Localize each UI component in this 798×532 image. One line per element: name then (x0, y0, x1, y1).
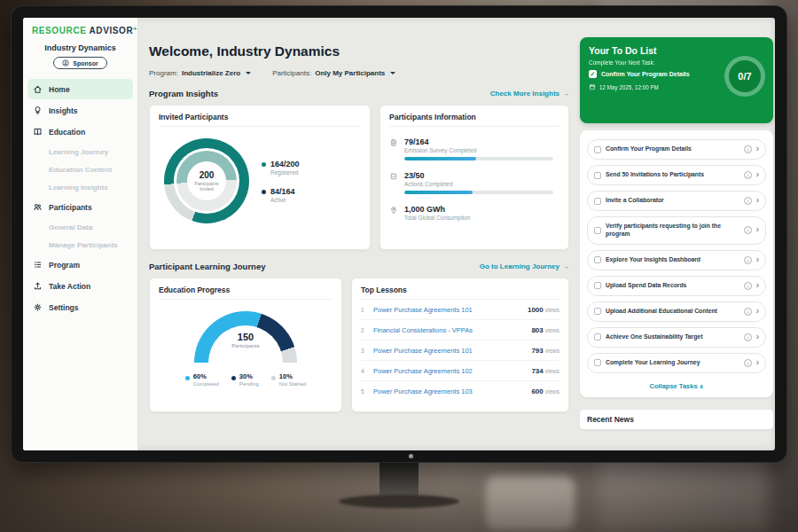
task-row[interactable]: Upload Spend Data Records i › (587, 276, 766, 296)
sidebar-item-education-content[interactable]: Education Content (27, 160, 133, 178)
task-checkbox[interactable] (594, 282, 601, 289)
filters-bar: Program: Industrialize Zero Participants… (149, 69, 569, 77)
chevron-right-icon[interactable]: › (756, 307, 759, 316)
check-more-insights-link[interactable]: Check More Insights → (490, 90, 569, 98)
task-row[interactable]: Send 50 Invitations to Participants i › (587, 165, 766, 185)
lesson-title-link[interactable]: Power Purchase Agreements 102 (373, 367, 526, 375)
checklist-icon (389, 172, 398, 181)
lesson-title-link[interactable]: Power Purchase Agreements 101 (373, 347, 526, 355)
brand-logo: RESOURCE ADVISOR+ (23, 26, 137, 35)
task-row[interactable]: Upload Additional Educational Content i … (587, 301, 766, 322)
donut-legend: 164/200 Registered 84/164 Active (262, 160, 300, 203)
task-row[interactable]: Invite a Collaborator i › (587, 191, 766, 211)
stat-emission-survey: 79/164 Emission Survey Completed (389, 137, 559, 160)
legend-dot-navy (231, 376, 236, 380)
gauge-center: 150 Participants (194, 332, 297, 348)
brand-secondary: ADVISOR (90, 26, 134, 35)
chevron-right-icon[interactable]: › (756, 255, 759, 264)
main-content: Welcome, Industry Dynamics Program: Indu… (138, 18, 580, 450)
donut-center: 200 Participants Invited (187, 161, 226, 200)
info-icon[interactable]: i (744, 256, 752, 264)
chevron-right-icon[interactable]: › (756, 332, 759, 341)
todo-next-task[interactable]: ✓ Confirm Your Program Details (589, 70, 722, 78)
sidebar-item-program[interactable]: Program (27, 254, 133, 275)
collapse-tasks-link[interactable]: Collapse Tasks ∧ (587, 379, 766, 394)
task-row[interactable]: Achieve One Sustainability Target i › (587, 327, 766, 348)
sidebar-item-learning-journey[interactable]: Learning Journey (27, 143, 133, 160)
lesson-row[interactable]: 4 Power Purchase Agreements 102 734views (361, 361, 559, 381)
sidebar-item-general-data[interactable]: General Data (27, 218, 133, 236)
task-checkbox[interactable] (594, 359, 601, 366)
lesson-row[interactable]: 1 Power Purchase Agreements 101 1000view… (361, 300, 559, 320)
survey-icon (389, 138, 398, 147)
lesson-row[interactable]: 2 Financial Considerations - VPPAs 803vi… (361, 320, 559, 340)
info-icon[interactable]: i (744, 333, 752, 341)
sidebar-item-manage-participants[interactable]: Manage Participants (27, 236, 133, 254)
info-icon[interactable]: i (744, 308, 752, 316)
chevron-right-icon[interactable]: › (756, 358, 759, 367)
sidebar-item-education[interactable]: Education (27, 121, 133, 142)
sidebar-item-learning-insights[interactable]: Learning Insights (27, 178, 133, 196)
info-icon[interactable]: i (744, 226, 752, 234)
lesson-title-link[interactable]: Financial Considerations - VPPAs (373, 326, 526, 334)
card-title-participants-information: Participants Information (389, 113, 559, 127)
task-checkbox[interactable] (594, 172, 601, 179)
participants-filter[interactable]: Participants: Only My Participants (272, 69, 395, 77)
todo-progress: 0/7 (729, 60, 761, 92)
checkbox-icon[interactable]: ✓ (589, 70, 597, 78)
legend-value: 84/164 (270, 187, 295, 196)
chevron-right-icon[interactable]: › (756, 281, 759, 290)
legend-item-not-started: 10% Not Started (271, 372, 306, 387)
list-icon (33, 260, 43, 270)
arrow-right-icon: → (562, 262, 569, 270)
stat-label: Actions Completed (404, 181, 559, 187)
chevron-right-icon[interactable]: › (756, 196, 759, 205)
sidebar-item-insights[interactable]: Insights (27, 100, 133, 121)
info-icon[interactable]: i (744, 145, 752, 153)
task-checkbox[interactable] (594, 333, 601, 340)
info-icon[interactable]: i (744, 171, 752, 179)
sidebar-item-participants[interactable]: Participants (27, 197, 133, 217)
participants-information-card: Participants Information 79/164 Emission… (379, 105, 569, 250)
check-icon: ✓ (591, 71, 596, 77)
program-filter-value[interactable]: Industrialize Zero (182, 69, 240, 77)
sidebar-item-home[interactable]: Home (27, 79, 133, 99)
program-filter[interactable]: Program: Industrialize Zero (149, 69, 251, 77)
legend-dot-blue (185, 376, 190, 380)
donut-center-value: 200 (200, 170, 215, 180)
todo-panel: Your To Do List Complete Your Next Task:… (580, 37, 773, 429)
task-checkbox[interactable] (594, 256, 601, 263)
go-to-learning-journey-link[interactable]: Go to Learning Journey → (480, 262, 569, 270)
task-row[interactable]: Complete Your Learning Journey i › (587, 353, 766, 373)
task-row[interactable]: Verify participants requesting to join t… (587, 216, 766, 245)
chevron-right-icon[interactable]: › (756, 225, 759, 234)
invited-donut: 200 Participants Invited (164, 138, 249, 223)
info-icon[interactable]: i (744, 197, 752, 205)
participants-filter-value[interactable]: Only My Participants (315, 69, 385, 77)
sidebar-item-settings[interactable]: Settings (27, 297, 133, 317)
chevron-right-icon[interactable]: › (756, 145, 759, 153)
lesson-title-link[interactable]: Power Purchase Agreements 103 (373, 387, 526, 395)
task-checkbox[interactable] (594, 308, 601, 315)
todo-task-list: Confirm Your Program Details i › Send 50… (580, 130, 773, 397)
info-icon[interactable]: i (744, 282, 752, 290)
sidebar-item-label: Settings (49, 303, 79, 312)
task-row[interactable]: Confirm Your Program Details i › (587, 139, 766, 160)
progress-bar (404, 157, 553, 160)
legend-dot-teal (262, 162, 266, 167)
task-row[interactable]: Explore Your Insights Dashboard i › (587, 250, 766, 270)
progress-bar (404, 191, 553, 194)
chevron-right-icon[interactable]: › (756, 170, 759, 179)
participants-filter-label: Participants: (272, 69, 311, 77)
lesson-row[interactable]: 5 Power Purchase Agreements 103 600views (361, 381, 559, 401)
sidebar-item-label: Manage Participants (49, 241, 118, 249)
lesson-row[interactable]: 3 Power Purchase Agreements 101 793views (361, 340, 559, 361)
task-checkbox[interactable] (594, 227, 601, 234)
task-checkbox[interactable] (594, 146, 601, 153)
info-icon[interactable]: i (744, 359, 752, 367)
task-checkbox[interactable] (594, 198, 601, 205)
sidebar-item-take-action[interactable]: Take Action (27, 276, 133, 296)
stat-value: 1,000 GWh (404, 205, 559, 214)
lesson-title-link[interactable]: Power Purchase Agreements 101 (373, 306, 522, 314)
stat-value: 23/50 (404, 171, 559, 180)
